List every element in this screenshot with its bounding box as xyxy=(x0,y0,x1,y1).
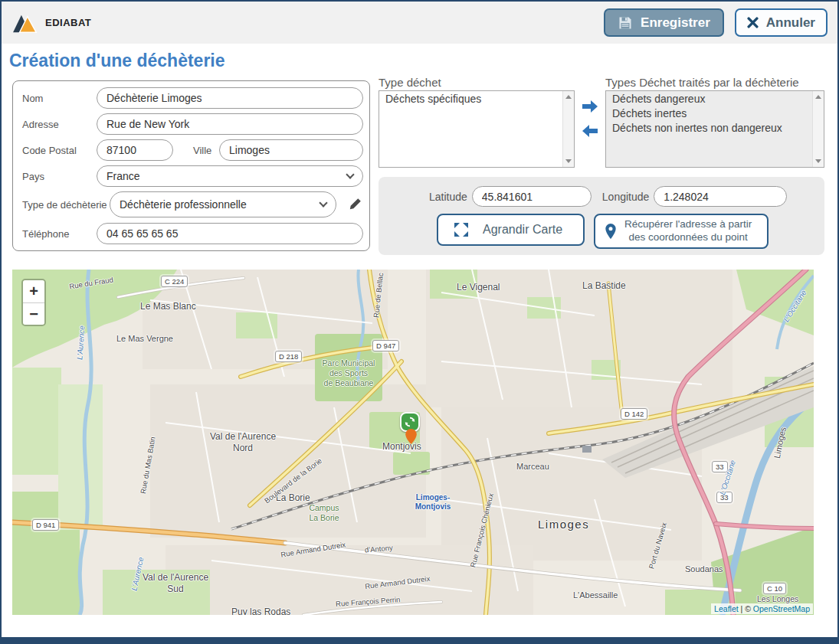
scrollbar[interactable] xyxy=(562,91,574,167)
scroll-up-button[interactable] xyxy=(563,91,574,103)
brand-logo-icon xyxy=(11,11,41,35)
arrow-right-icon xyxy=(581,105,599,116)
triangle-up-icon xyxy=(815,95,821,99)
map-label: Le Mas Blanc xyxy=(140,301,196,312)
waste-item[interactable]: Déchets non inertes non dangereux xyxy=(606,120,824,135)
map-zoom-control: + − xyxy=(21,279,46,326)
telephone-label: Téléphone xyxy=(22,228,97,240)
ville-label: Ville xyxy=(193,145,219,156)
pays-label: Pays xyxy=(22,171,97,182)
enlarge-map-button[interactable]: Agrandir Carte xyxy=(437,214,585,246)
map-label: Soudanas xyxy=(685,564,723,574)
edit-type-button[interactable] xyxy=(347,195,364,214)
coordinates-panel: Latitude Longitude xyxy=(379,177,824,255)
zoom-in-button[interactable]: + xyxy=(23,280,44,302)
leaflet-link[interactable]: Leaflet xyxy=(714,604,739,613)
map-marker[interactable] xyxy=(400,412,423,447)
map-label: Limoges xyxy=(538,518,589,531)
app-window: EDIABAT Enregistrer xyxy=(0,0,839,644)
waste-item[interactable]: Déchets dangereux xyxy=(606,91,824,106)
road-shield: D 941 xyxy=(32,519,59,531)
chevron-down-icon xyxy=(319,198,327,207)
map-label: Le Mas Vergne xyxy=(116,334,173,343)
edit-icon xyxy=(349,201,362,213)
brand-name: EDIABAT xyxy=(45,17,91,28)
add-waste-button[interactable] xyxy=(581,99,599,114)
scrollbar[interactable] xyxy=(812,91,824,167)
waste-item[interactable]: Déchets inertes xyxy=(606,106,824,120)
available-waste-label: Type déchet xyxy=(379,76,575,89)
road-shield: D 218 xyxy=(275,351,302,362)
treated-waste-label: Types Déchet traités par la déchèterie xyxy=(605,76,824,89)
location-pin-icon xyxy=(603,222,618,240)
map-label: Marceau xyxy=(516,462,549,471)
remove-waste-button[interactable] xyxy=(581,123,599,139)
road-shield: C 224 xyxy=(161,276,188,287)
brand: EDIABAT xyxy=(11,11,91,35)
waste-item[interactable]: Déchets spécifiques xyxy=(379,91,574,106)
nom-input[interactable] xyxy=(97,87,363,109)
save-button[interactable]: Enregistrer xyxy=(604,8,724,37)
map-label: Val de l'AurenceNord xyxy=(201,431,285,454)
header-actions: Enregistrer Annuler xyxy=(604,8,828,37)
ville-input[interactable] xyxy=(219,139,363,161)
road-shield: D 947 xyxy=(372,340,399,351)
zoom-out-button[interactable]: − xyxy=(23,302,44,325)
map-label: Parc Municipaldes Sportsde Beaubiane xyxy=(314,358,383,388)
cancel-button[interactable]: Annuler xyxy=(735,8,828,37)
scroll-down-button[interactable] xyxy=(813,155,824,167)
adresse-input[interactable] xyxy=(97,113,363,135)
code-postal-input[interactable] xyxy=(97,139,173,161)
triangle-down-icon xyxy=(565,159,572,163)
get-address-label: Récupérer l'adresse à partir des coordon… xyxy=(624,218,752,244)
get-address-button[interactable]: Récupérer l'adresse à partir des coordon… xyxy=(594,214,769,249)
road-shield: D 142 xyxy=(621,408,647,420)
map-label: Le Vigenal xyxy=(457,282,500,293)
map[interactable]: C 224 D 218 D 947 D 142 D 941 C 10 33 33… xyxy=(12,270,814,615)
map-label: Limoges-Montjovis xyxy=(408,493,457,512)
type-dechetterie-value: Déchèterie professionnelle xyxy=(120,198,247,211)
openstreetmap-link[interactable]: OpenStreetMap xyxy=(753,604,810,613)
arrow-left-icon xyxy=(581,129,599,141)
pays-value: France xyxy=(107,170,140,182)
marker-pin-icon xyxy=(405,429,417,444)
type-dechetterie-label: Type de déchèterie xyxy=(22,199,110,211)
map-label: Puy las Rodas xyxy=(231,606,290,615)
map-label: Les Longes xyxy=(757,594,798,603)
longitude-label: Longitude xyxy=(602,191,650,203)
attribution-separator: | © xyxy=(739,604,753,613)
telephone-input[interactable] xyxy=(97,223,363,244)
map-label: La Bastide xyxy=(582,280,626,291)
cancel-icon xyxy=(747,17,759,28)
page-title: Création d'une déchèterie xyxy=(9,50,837,71)
scroll-down-button[interactable] xyxy=(563,155,574,167)
waste-transfer: Type déchet Déchets spécifiques xyxy=(379,76,824,168)
expand-icon xyxy=(452,221,470,239)
cancel-button-label: Annuler xyxy=(766,15,815,31)
triangle-down-icon xyxy=(815,159,821,163)
enlarge-map-label: Agrandir Carte xyxy=(483,223,562,237)
scroll-up-button[interactable] xyxy=(813,91,824,103)
map-attribution: Leaflet | © OpenStreetMap xyxy=(711,603,813,614)
latitude-label: Latitude xyxy=(429,191,467,203)
nom-label: Nom xyxy=(22,93,97,104)
chevron-down-icon xyxy=(346,170,354,178)
map-label: Val de l'AurenceSud xyxy=(133,572,218,595)
map-label: CampusLa Borie xyxy=(297,503,351,523)
latitude-input[interactable] xyxy=(472,186,592,207)
save-button-label: Enregistrer xyxy=(641,15,710,31)
code-postal-label: Code Postal xyxy=(22,145,97,156)
map-label: L'Abessaille xyxy=(573,590,618,600)
save-icon xyxy=(618,15,633,31)
longitude-input[interactable] xyxy=(654,186,787,207)
triangle-up-icon xyxy=(565,95,572,99)
dechetterie-form: Nom Adresse Code Postal Ville Pays Franc… xyxy=(12,80,370,251)
pays-select[interactable]: France xyxy=(97,165,363,187)
available-waste-list: Déchets spécifiques xyxy=(379,90,575,168)
treated-waste-list: Déchets dangereux Déchets inertes Déchet… xyxy=(605,90,824,168)
adresse-label: Adresse xyxy=(22,119,97,130)
type-dechetterie-select[interactable]: Déchèterie professionnelle xyxy=(110,191,336,217)
app-header: EDIABAT Enregistrer xyxy=(2,2,837,44)
road-shield: C 10 xyxy=(763,583,786,594)
